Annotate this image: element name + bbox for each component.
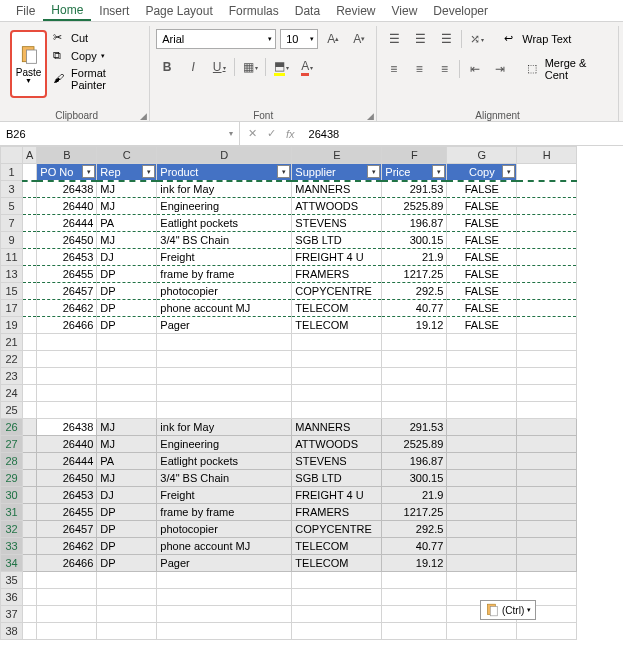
cell[interactable]: photocopier	[157, 283, 292, 300]
cell[interactable]: 292.5	[382, 283, 447, 300]
cell[interactable]: DP	[97, 300, 157, 317]
cell[interactable]	[23, 351, 37, 368]
colhdr-F[interactable]: F	[382, 147, 447, 164]
decrease-indent-button[interactable]: ⇤	[464, 58, 485, 80]
cell[interactable]: Supplier▾	[292, 164, 382, 181]
cell[interactable]	[447, 334, 517, 351]
font-size-select[interactable]: 10▾	[280, 29, 318, 49]
rowhdr[interactable]: 19	[1, 317, 23, 334]
cell[interactable]	[37, 368, 97, 385]
cell[interactable]	[97, 368, 157, 385]
filter-icon[interactable]: ▾	[367, 165, 380, 178]
table-row[interactable]: 1526457DPphotocopierCOPYCENTRE292.5FALSE	[1, 283, 577, 300]
cell[interactable]: FALSE	[447, 317, 517, 334]
cell[interactable]	[157, 385, 292, 402]
cell[interactable]: 300.15	[382, 232, 447, 249]
increase-font-button[interactable]: A▴	[322, 28, 344, 50]
cell[interactable]: ink for May	[157, 181, 292, 198]
cell[interactable]: 26438	[37, 181, 97, 198]
cell[interactable]	[447, 453, 517, 470]
formula-input[interactable]: 26438	[303, 126, 623, 142]
cell[interactable]: FALSE	[447, 266, 517, 283]
cell[interactable]	[382, 623, 447, 640]
cell[interactable]	[447, 521, 517, 538]
cell[interactable]: 26466	[37, 317, 97, 334]
filter-icon[interactable]: ▾	[142, 165, 155, 178]
cell[interactable]	[23, 470, 37, 487]
cell[interactable]	[447, 487, 517, 504]
cell[interactable]	[23, 334, 37, 351]
cell[interactable]	[37, 334, 97, 351]
cell[interactable]	[97, 623, 157, 640]
menu-page-layout[interactable]: Page Layout	[137, 2, 220, 20]
cell[interactable]	[37, 589, 97, 606]
cell[interactable]	[23, 436, 37, 453]
cell[interactable]: 2525.89	[382, 436, 447, 453]
cell[interactable]: 19.12	[382, 317, 447, 334]
cell[interactable]: phone account MJ	[157, 300, 292, 317]
cell[interactable]	[517, 249, 577, 266]
cell[interactable]: 26457	[37, 521, 97, 538]
cell[interactable]	[23, 589, 37, 606]
cell[interactable]	[97, 572, 157, 589]
colhdr-D[interactable]: D	[157, 147, 292, 164]
rowhdr[interactable]: 15	[1, 283, 23, 300]
cell[interactable]: MJ	[97, 436, 157, 453]
cell[interactable]: 26450	[37, 232, 97, 249]
cell[interactable]	[517, 487, 577, 504]
cell[interactable]: 26438	[37, 419, 97, 436]
table-row[interactable]: 2726440MJEngineeringATTWOODS2525.89	[1, 436, 577, 453]
cell[interactable]: 40.77	[382, 538, 447, 555]
cell[interactable]	[382, 385, 447, 402]
cell[interactable]: COPYCENTRE	[292, 521, 382, 538]
filter-icon[interactable]: ▾	[277, 165, 290, 178]
cell[interactable]: TELECOM	[292, 555, 382, 572]
cell[interactable]	[292, 351, 382, 368]
cell[interactable]: DJ	[97, 487, 157, 504]
cell[interactable]: 1217.25	[382, 266, 447, 283]
rowhdr[interactable]: 21	[1, 334, 23, 351]
btn-confirm[interactable]: ✓	[267, 127, 276, 140]
cell[interactable]: FALSE	[447, 198, 517, 215]
cell[interactable]: MJ	[97, 181, 157, 198]
align-right-button[interactable]: ≡	[434, 58, 455, 80]
cell[interactable]	[517, 266, 577, 283]
cell[interactable]	[23, 572, 37, 589]
wrap-text-button[interactable]: ↩Wrap Text	[502, 31, 573, 47]
cell[interactable]	[157, 334, 292, 351]
cell[interactable]: 26457	[37, 283, 97, 300]
cell[interactable]	[97, 606, 157, 623]
table-row[interactable]: 24	[1, 385, 577, 402]
cell[interactable]	[382, 606, 447, 623]
cell[interactable]: MJ	[97, 232, 157, 249]
colhdr-B[interactable]: B	[37, 147, 97, 164]
cell[interactable]	[447, 436, 517, 453]
cell[interactable]: Freight	[157, 249, 292, 266]
borders-button[interactable]: ▦▾	[239, 56, 261, 78]
cell[interactable]: FALSE	[447, 181, 517, 198]
colhdr-H[interactable]: H	[517, 147, 577, 164]
paste-options-button[interactable]: (Ctrl) ▾	[480, 600, 536, 620]
cell[interactable]: 26440	[37, 198, 97, 215]
rowhdr[interactable]: 34	[1, 555, 23, 572]
cell[interactable]	[23, 300, 37, 317]
cell[interactable]: 26466	[37, 555, 97, 572]
cell[interactable]: Freight	[157, 487, 292, 504]
cell[interactable]	[23, 317, 37, 334]
cell[interactable]	[23, 266, 37, 283]
font-color-button[interactable]: A▾	[296, 56, 318, 78]
filter-icon[interactable]: ▾	[502, 165, 515, 178]
rowhdr[interactable]: 24	[1, 385, 23, 402]
cell[interactable]: 292.5	[382, 521, 447, 538]
cell[interactable]	[382, 572, 447, 589]
dialog-launcher-icon[interactable]: ◢	[367, 111, 374, 121]
cell[interactable]	[157, 351, 292, 368]
increase-indent-button[interactable]: ⇥	[490, 58, 511, 80]
cell[interactable]	[517, 351, 577, 368]
cell[interactable]: Copy▾	[447, 164, 517, 181]
cell[interactable]: PA	[97, 215, 157, 232]
rowhdr[interactable]: 1	[1, 164, 23, 181]
cell[interactable]	[517, 538, 577, 555]
filter-icon[interactable]: ▾	[82, 165, 95, 178]
dialog-launcher-icon[interactable]: ◢	[140, 111, 147, 121]
